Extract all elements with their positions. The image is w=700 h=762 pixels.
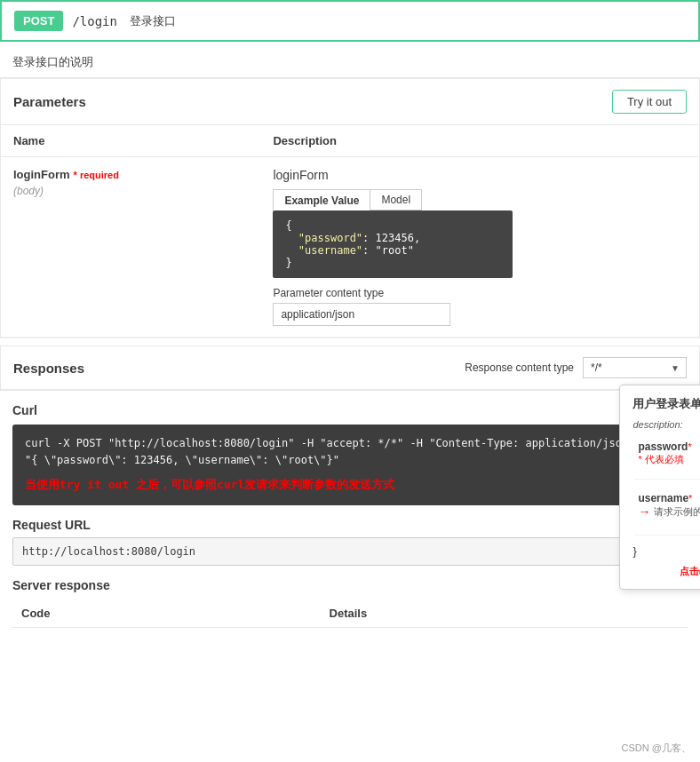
col-description: Description [260,125,699,157]
param-required-label: * required [74,170,119,180]
curl-title: Curl [12,403,688,417]
tooltip-footer-annotation: 点击model之后可以查看对象的信息 [632,565,700,578]
tooltip-password-table: password* * 代表必填 string example: 123456 … [632,437,700,481]
tooltip-arrow: → [638,504,650,519]
table-row: loginForm* required (body) loginForm Exa… [1,157,699,337]
param-desc-cell: loginForm Example Value Model { "passwor… [260,157,699,337]
param-name-text: loginForm [13,168,70,181]
select-wrapper: */* application/json text/plain [583,357,687,378]
param-name-cell: loginForm* required (body) [1,157,260,337]
parameters-section: Parameters Try it out Name Description l… [0,78,700,338]
responses-title: Responses [13,361,84,376]
tooltip-username-name-cell: username* → 请求示例的默认值 [634,490,700,536]
server-response-col-details: Details [321,599,688,628]
request-url-input[interactable] [12,537,688,566]
try-it-out-button[interactable]: Try it out [612,90,687,114]
tooltip-default-value-label: 请求示例的默认值 [654,505,700,519]
method-badge: POST [14,11,63,31]
responses-section: Responses Response content type */* appl… [0,345,700,391]
example-value-tab[interactable]: Example Value [273,189,370,210]
tooltip-description-label: description: [632,419,700,430]
api-description: 登录接口的说明 [0,42,700,78]
tooltip-default-value: → 请求示例的默认值 [638,504,700,519]
tooltip-password-row: password* * 代表必填 string example: 123456 … [632,437,700,481]
server-response-col-code: Code [12,599,321,628]
code-key-username: "username" [285,244,362,257]
responses-header: Responses Response content type */* appl… [1,346,699,390]
tooltip-field-name-password: password [638,441,688,453]
model-tooltip-popup: 用户登录表单对象 ∨ { 用户登录表单对象 description: [619,385,700,590]
curl-code-block: curl -X POST "http://localhost:8080/logi… [12,425,688,505]
param-value-name: loginForm [273,168,687,182]
code-close-brace: } [285,257,291,269]
tooltip-field-required-password: * [688,441,691,452]
parameters-title: Parameters [13,94,86,109]
tooltip-required-desc: * 代表必填 [638,454,683,464]
response-content-type-wrap: Response content type */* application/js… [465,357,687,378]
tooltip-title-text: 用户登录表单对象 [632,396,700,412]
response-content-type-label: Response content type [465,361,574,374]
request-url-section: Request URL [0,518,700,578]
param-in: (body) [13,185,248,197]
tooltip-title: 用户登录表单对象 ∨ { 用户登录表单对象 [632,396,700,412]
model-tab[interactable]: Model [370,189,422,210]
tooltip-username-row: username* → 请求示例的默认值 [632,488,700,537]
code-open-brace: { [285,219,291,232]
example-tabs: Example Value Model [273,189,687,210]
tabs-and-code: Example Value Model { "password": 123456… [273,189,687,278]
api-header: POST /login 登录接口 [0,0,700,42]
server-response-title: Server response [12,578,688,592]
api-path: /login [72,14,117,28]
curl-annotation: 当使用try it out 之后，可以参照curl发请求来判断参数的发送方式 [25,476,675,495]
tooltip-field-required-username: * [688,493,692,504]
tooltip-username-table: username* → 请求示例的默认值 [632,488,700,537]
server-response-section: Server response Code Details [0,578,700,640]
code-key-password: "password" [285,232,362,244]
parameters-header: Parameters Try it out [1,79,699,125]
curl-section: Curl curl -X POST "http://localhost:8080… [0,391,700,518]
tooltip-password-name: password* * 代表必填 [634,439,700,480]
server-response-table: Code Details [12,599,688,628]
request-url-title: Request URL [12,518,688,532]
curl-command-text: curl -X POST "http://localhost:8080/logi… [25,437,654,466]
content-type-input[interactable] [273,303,450,326]
content-type-label: Parameter content type [273,287,687,299]
params-table: Name Description loginForm* required (bo… [1,125,699,337]
tooltip-field-name-username: username [638,492,688,504]
example-code-block: { "password": 123456, "username": "root"… [273,210,513,278]
response-content-type-select[interactable]: */* application/json text/plain [583,357,687,378]
tooltip-close-brace: } [632,544,700,558]
api-description-header: 登录接口 [130,13,176,29]
param-name: loginForm* required [13,168,248,181]
col-name: Name [1,125,260,157]
